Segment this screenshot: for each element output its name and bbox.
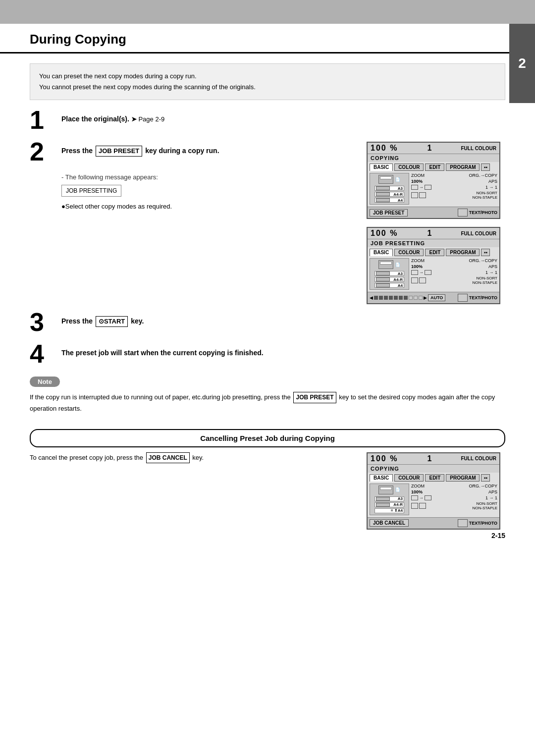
- step-3: 3 Press the ⊙START key.: [30, 312, 505, 335]
- paper3-a4: ≡ ⬆ A4: [374, 508, 404, 513]
- note-key: JOB PRESET: [293, 392, 336, 403]
- paper-a4: A4: [374, 198, 404, 203]
- info-line1: You can preset the next copy modes durin…: [39, 71, 496, 82]
- screen3-bottom: JOB CANCEL TEXT/PHOTO: [368, 517, 499, 529]
- screen1: 100 % 1 FULL COLOUR COPYING BASIC COLOUR…: [367, 142, 500, 219]
- job-preset-btn: JOB PRESET: [370, 209, 408, 216]
- tab2-basic: BASIC: [370, 249, 393, 256]
- step-4-number: 4: [30, 341, 56, 367]
- screen3-tabs: BASIC COLOUR EDIT PROGRAM ▪▪: [368, 473, 499, 482]
- step-4-content: The preset job will start when the curre…: [61, 344, 505, 358]
- step-2-left: 2 Press the JOB PRESET key during a copy…: [30, 142, 367, 214]
- job-preset-key: JOB PRESET: [96, 146, 142, 157]
- tab2-icon: ▪▪: [481, 249, 490, 256]
- screen2-tabs: BASIC COLOUR EDIT PROGRAM ▪▪: [368, 247, 499, 256]
- screen2: 100 % 1 FULL COLOUR JOB PRESETTING BASIC…: [367, 227, 500, 304]
- step-2-row: 2 Press the JOB PRESET key during a copy…: [30, 142, 505, 219]
- step-1-text: Place the original(s). ➤ Page 2-9: [61, 114, 505, 124]
- screen3-wrapper: 100 % 1 FULL COLOUR COPYING BASIC COLOUR…: [367, 452, 505, 530]
- step-2-content: Press the JOB PRESET key during a copy r…: [61, 142, 367, 157]
- step-3-number: 3: [30, 309, 56, 335]
- step-1: 1 Place the original(s). ➤ Page 2-9: [30, 110, 505, 133]
- start-key: ⊙START: [96, 316, 128, 327]
- screen2-body: 📄 A3 A4-R: [368, 256, 499, 292]
- paper2-a4: A4: [374, 283, 404, 288]
- screen2-header: 100 % 1 FULL COLOUR: [368, 228, 499, 239]
- tab-colour: COLOUR: [394, 163, 424, 171]
- job-cancel-btn: JOB CANCEL: [370, 519, 409, 527]
- cancel-key: JOB CANCEL: [146, 452, 190, 463]
- screen1-body: 📄 A3 A4-R: [368, 171, 499, 207]
- screen2-mode: JOB PRESETTING: [368, 239, 499, 247]
- step-1-number: 1: [30, 107, 56, 133]
- tab-basic: BASIC: [370, 163, 393, 171]
- tab-program: PROGRAM: [446, 163, 480, 171]
- section-title-bar: During Copying: [0, 24, 535, 54]
- tab3-icon: ▪▪: [481, 474, 490, 482]
- screen2-left: 📄 A3 A4-R: [370, 258, 409, 290]
- paper-area3: 📄 A3 A4-R: [370, 484, 409, 515]
- paper2-a4r: A4-R: [374, 277, 404, 282]
- auto-btn: AUTO: [428, 294, 445, 301]
- note-section: Note If the copy run is interrupted due …: [30, 377, 505, 414]
- steps-area: 1 Place the original(s). ➤ Page 2-9 2 Pr…: [30, 110, 505, 367]
- step-2-number: 2: [30, 139, 56, 164]
- screen1-tabs: BASIC COLOUR EDIT PROGRAM ▪▪: [368, 162, 499, 171]
- screen3: 100 % 1 FULL COLOUR COPYING BASIC COLOUR…: [367, 452, 500, 530]
- screen1-bottom: JOB PRESET TEXT/PHOTO: [368, 207, 499, 218]
- step-2: 2 Press the JOB PRESET key during a copy…: [30, 142, 367, 164]
- paper-a3: A3: [374, 186, 404, 191]
- step-2-text: Press the JOB PRESET key during a copy r…: [61, 146, 367, 157]
- tab2-program: PROGRAM: [446, 249, 480, 256]
- paper3-a4r: A4-R: [374, 502, 404, 507]
- step-3-content: Press the ⊙START key.: [61, 312, 505, 327]
- screen1-right: ZOOM ORG.→COPY 100% APS →: [411, 173, 497, 205]
- screen1-left: 📄 A3 A4-R: [370, 173, 409, 205]
- cancel-text-area: To cancel the preset copy job, press the…: [30, 452, 357, 468]
- step-3-text: Press the ⊙START key.: [61, 316, 505, 327]
- screen2-bottom: ◀ ▶ AUTO: [368, 292, 499, 303]
- note-text: If the copy run is interrupted due to ru…: [30, 392, 505, 414]
- paper-a4r: A4-R: [374, 192, 404, 197]
- info-box: You can preset the next copy modes durin…: [30, 63, 505, 100]
- tab2-colour: COLOUR: [394, 249, 424, 256]
- screen2-wrapper: 100 % 1 FULL COLOUR JOB PRESETTING BASIC…: [367, 227, 505, 304]
- bullet-text: ●Select other copy modes as required.: [61, 203, 367, 210]
- screen2-right: ZOOM ORG.→COPY 100% APS →: [411, 258, 497, 290]
- screen3-body: 📄 A3 A4-R: [368, 482, 499, 517]
- cancel-section: To cancel the preset copy job, press the…: [30, 452, 505, 530]
- cancel-text: To cancel the preset copy job, press the…: [30, 452, 357, 463]
- main-content: You can preset the next copy modes durin…: [0, 63, 535, 549]
- screen3-right: ZOOM ORG.→COPY 100% APS →: [411, 484, 497, 515]
- paper3-a3: A3: [374, 496, 404, 501]
- page-number: 2-15: [491, 532, 505, 540]
- step-4-text: The preset job will start when the curre…: [61, 348, 505, 358]
- message-label: - The following message appears:: [61, 173, 367, 181]
- screen2-row: 100 % 1 FULL COLOUR JOB PRESETTING BASIC…: [30, 227, 505, 304]
- tab3-edit: EDIT: [425, 474, 444, 482]
- tab2-edit: EDIT: [425, 249, 444, 256]
- step-4: 4 The preset job will start when the cur…: [30, 344, 505, 367]
- message-box: JOB PRESETTING: [61, 185, 121, 197]
- step-1-content: Place the original(s). ➤ Page 2-9: [61, 110, 505, 124]
- tab3-program: PROGRAM: [446, 474, 480, 482]
- screen1-header: 100 % 1 FULL COLOUR: [368, 143, 499, 154]
- top-bar: [0, 0, 535, 24]
- message-area: - The following message appears: JOB PRE…: [61, 173, 367, 210]
- tab-edit: EDIT: [425, 163, 444, 171]
- paper2-a3: A3: [374, 271, 404, 276]
- note-badge: Note: [30, 377, 60, 387]
- info-line2: You cannot preset the next copy modes du…: [39, 82, 496, 93]
- screen3-left: 📄 A3 A4-R: [370, 484, 409, 515]
- screen1-mode: COPYING: [368, 154, 499, 162]
- tab3-basic: BASIC: [370, 474, 393, 482]
- paper-area1: 📄 A3 A4-R: [370, 173, 409, 205]
- screen3-mode: COPYING: [368, 465, 499, 473]
- screen1-wrapper: 100 % 1 FULL COLOUR COPYING BASIC COLOUR…: [367, 142, 505, 219]
- cancel-heading: Cancelling Preset Job during Copying: [30, 429, 505, 447]
- paper-area2: 📄 A3 A4-R: [370, 258, 409, 290]
- tab-icon: ▪▪: [481, 163, 490, 171]
- progress-bar: ◀ ▶ AUTO: [370, 294, 445, 301]
- screen3-header: 100 % 1 FULL COLOUR: [368, 453, 499, 465]
- section-title: During Copying: [30, 32, 126, 47]
